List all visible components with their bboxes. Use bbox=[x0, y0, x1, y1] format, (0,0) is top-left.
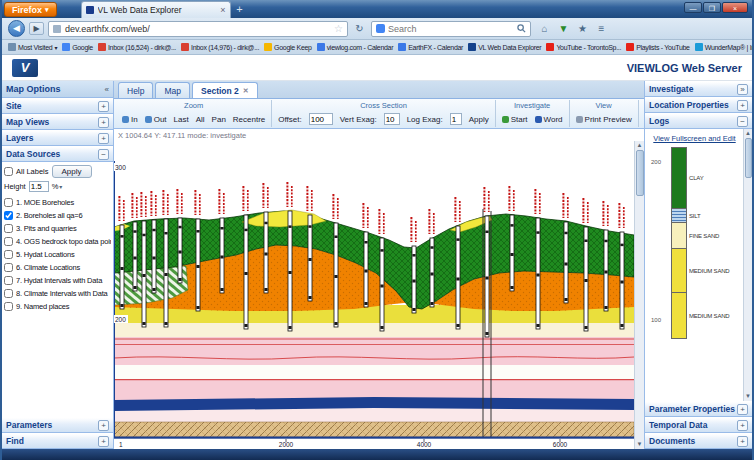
datasource-checkbox[interactable] bbox=[4, 289, 13, 298]
datasource-item[interactable]: 8. Climate Intervals with Data bbox=[4, 287, 111, 300]
bookmarks-icon[interactable]: ★ bbox=[575, 23, 590, 34]
minimize-button[interactable]: — bbox=[684, 2, 702, 13]
datasource-checkbox[interactable] bbox=[4, 276, 13, 285]
zoom-in-button[interactable]: In bbox=[122, 115, 138, 124]
height-input[interactable] bbox=[29, 181, 49, 192]
zoom-last-button[interactable]: Last bbox=[174, 115, 189, 124]
expand-icon[interactable]: + bbox=[737, 420, 748, 431]
datasource-item[interactable]: 5. Hydat Locations bbox=[4, 248, 111, 261]
plot-vertical-scrollbar[interactable]: ▲ ▼ bbox=[634, 141, 644, 449]
section-data-sources[interactable]: Data Sources− bbox=[2, 146, 113, 162]
bookmark-item[interactable]: Playlists - YouTube bbox=[624, 43, 692, 51]
tab-close-icon[interactable]: × bbox=[220, 6, 225, 15]
datasource-item[interactable]: 9. Named places bbox=[4, 300, 111, 313]
datasource-item[interactable]: 1. MOE Boreholes bbox=[4, 196, 111, 209]
investigate-start-button[interactable]: Start bbox=[502, 115, 528, 124]
search-bar[interactable] bbox=[371, 21, 531, 37]
scrollbar-thumb[interactable] bbox=[745, 138, 752, 178]
cross-section-apply-button[interactable]: Apply bbox=[469, 115, 489, 124]
datasource-checkbox[interactable] bbox=[4, 237, 13, 246]
bookmark-item[interactable]: Inbox (16,524) - dirk@... bbox=[96, 43, 178, 51]
section-find[interactable]: Find+ bbox=[2, 433, 113, 449]
tab-map[interactable]: Map bbox=[155, 82, 190, 98]
zoom-out-button[interactable]: Out bbox=[145, 115, 167, 124]
expand-icon[interactable]: + bbox=[98, 436, 109, 447]
firefox-menu-button[interactable]: Firefox ▾ bbox=[4, 2, 57, 17]
expand-icon[interactable]: + bbox=[737, 404, 748, 415]
expand-icon[interactable]: + bbox=[98, 420, 109, 431]
bookmark-item[interactable]: viewlog.com - Calendar bbox=[315, 43, 396, 51]
bookmark-item[interactable]: Inbox (14,976) - dirk@... bbox=[179, 43, 261, 51]
datasource-item[interactable]: 4. OGS bedrock topo data points bbox=[4, 235, 111, 248]
zoom-all-button[interactable]: All bbox=[196, 115, 205, 124]
section-parameter-properties[interactable]: Parameter Properties+ bbox=[645, 401, 752, 417]
section-logs[interactable]: Logs− bbox=[645, 113, 752, 129]
log-exag-input[interactable] bbox=[450, 113, 462, 125]
print-preview-button[interactable]: Print Preview bbox=[576, 115, 632, 124]
word-button[interactable]: Word bbox=[535, 115, 563, 124]
view-fullscreen-edit-link[interactable]: View Fullscreen and Edit bbox=[645, 134, 744, 143]
datasource-checkbox[interactable] bbox=[4, 224, 13, 233]
datasource-checkbox[interactable] bbox=[4, 302, 13, 311]
section-location-properties[interactable]: Location Properties+ bbox=[645, 97, 752, 113]
windows-taskbar[interactable] bbox=[2, 449, 752, 460]
scroll-down-icon[interactable]: ▼ bbox=[637, 440, 643, 449]
maximize-button[interactable]: ❐ bbox=[703, 2, 721, 13]
tab-close-icon[interactable]: ✕ bbox=[243, 87, 249, 95]
scroll-up-icon[interactable]: ▲ bbox=[637, 141, 643, 150]
section-temporal-data[interactable]: Temporal Data+ bbox=[645, 417, 752, 433]
bookmark-item[interactable]: Most Visited▾ bbox=[6, 43, 59, 51]
bookmark-item[interactable]: Google Keep bbox=[262, 43, 314, 51]
expand-icon[interactable]: + bbox=[737, 100, 748, 111]
section-map-views[interactable]: Map Views+ bbox=[2, 114, 113, 130]
collapse-icon[interactable]: − bbox=[737, 116, 748, 127]
datasource-item[interactable]: 2. Boreholes all qa=6 bbox=[4, 209, 111, 222]
collapse-icon[interactable]: − bbox=[98, 149, 109, 160]
datasource-checkbox[interactable] bbox=[4, 211, 13, 220]
chevron-down-icon[interactable]: ▾ bbox=[59, 183, 62, 190]
new-tab-button[interactable]: + bbox=[231, 3, 249, 17]
bookmark-item[interactable]: EarthFX - Calendar bbox=[396, 43, 465, 51]
close-button[interactable]: × bbox=[722, 2, 748, 13]
labels-apply-button[interactable]: Apply bbox=[52, 165, 92, 178]
bookmark-item[interactable]: Google bbox=[60, 43, 95, 51]
expand-icon[interactable]: + bbox=[98, 133, 109, 144]
scrollbar-thumb[interactable] bbox=[636, 150, 644, 196]
tab-section-2[interactable]: Section 2✕ bbox=[192, 82, 258, 98]
datasource-item[interactable]: 7. Hydat Intervals with Data bbox=[4, 274, 111, 287]
search-input[interactable] bbox=[388, 24, 514, 34]
reload-button[interactable]: ↻ bbox=[352, 21, 367, 36]
downloads-icon[interactable]: ▼ bbox=[556, 23, 571, 34]
datasource-checkbox[interactable] bbox=[4, 198, 13, 207]
menu-icon[interactable]: ≡ bbox=[594, 23, 609, 34]
tab-help[interactable]: Help bbox=[118, 82, 153, 98]
search-engine-icon[interactable] bbox=[376, 24, 385, 33]
vert-exag-input[interactable] bbox=[384, 113, 400, 125]
bookmark-item[interactable]: VL Web Data Explorer bbox=[466, 43, 543, 51]
collapse-left-icon[interactable]: « bbox=[105, 85, 109, 94]
back-button[interactable]: ◀ bbox=[8, 20, 25, 37]
forward-button[interactable]: ▶ bbox=[29, 22, 44, 35]
datasource-checkbox[interactable] bbox=[4, 250, 13, 259]
scroll-up-icon[interactable]: ▲ bbox=[745, 129, 751, 138]
section-parameters[interactable]: Parameters+ bbox=[2, 417, 113, 433]
cross-section-plot[interactable]: 300 200 1 2000 4000 6000 bbox=[114, 141, 634, 449]
all-labels-checkbox[interactable] bbox=[4, 167, 13, 176]
home-icon[interactable]: ⌂ bbox=[537, 23, 552, 34]
url-bar[interactable]: dev.earthfx.com/web/ ☆ bbox=[48, 21, 348, 37]
expand-icon[interactable]: + bbox=[98, 117, 109, 128]
expand-icon[interactable]: + bbox=[737, 436, 748, 447]
search-icon[interactable] bbox=[517, 24, 526, 33]
datasource-checkbox[interactable] bbox=[4, 263, 13, 272]
section-site[interactable]: Site+ bbox=[2, 98, 113, 114]
browser-tab[interactable]: VL Web Data Explorer × bbox=[81, 1, 231, 18]
expand-icon[interactable]: + bbox=[98, 101, 109, 112]
section-documents[interactable]: Documents+ bbox=[645, 433, 752, 449]
section-layers[interactable]: Layers+ bbox=[2, 130, 113, 146]
scroll-down-icon[interactable]: ▼ bbox=[745, 392, 751, 401]
collapse-right-icon[interactable]: » bbox=[737, 84, 748, 95]
datasource-item[interactable]: 3. Pits and quarries bbox=[4, 222, 111, 235]
bookmark-item[interactable]: WunderMap® | Intera... bbox=[693, 43, 752, 51]
bookmark-item[interactable]: YouTube - TorontoSp... bbox=[544, 43, 623, 51]
pan-button[interactable]: Pan bbox=[212, 115, 226, 124]
